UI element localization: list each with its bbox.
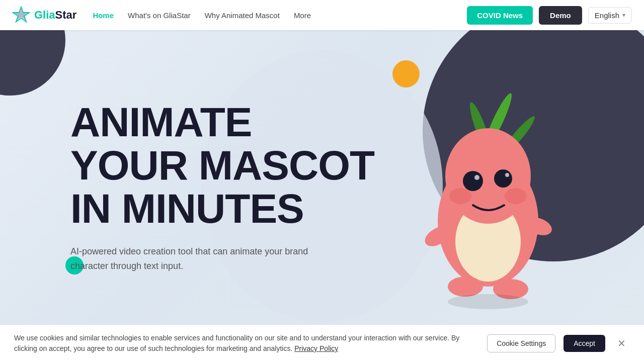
language-label: English bbox=[595, 11, 619, 20]
chevron-down-icon: ▾ bbox=[622, 12, 625, 19]
svg-point-18 bbox=[448, 294, 528, 309]
hero-subtext: AI-powered video creation tool that can … bbox=[70, 244, 332, 274]
language-selector[interactable]: English ▾ bbox=[588, 7, 632, 24]
svg-point-11 bbox=[494, 169, 512, 188]
navbar: GliaStar Home What's on GliaStar Why Ani… bbox=[0, 0, 644, 30]
cookie-banner: We use cookies and similar technologies … bbox=[0, 324, 644, 362]
nav-more[interactable]: More bbox=[294, 11, 311, 20]
svg-point-13 bbox=[505, 173, 509, 177]
svg-point-8 bbox=[449, 188, 471, 204]
cookie-text: We use cookies and similar technologies … bbox=[14, 333, 479, 354]
nav-why-mascot[interactable]: Why Animated Mascot bbox=[205, 11, 280, 20]
close-cookie-banner-button[interactable]: ✕ bbox=[613, 335, 630, 351]
headline-line2: YOUR MASCOT bbox=[70, 144, 374, 187]
logo-text: GliaStar bbox=[34, 9, 76, 22]
accept-cookies-button[interactable]: Accept bbox=[564, 335, 605, 352]
nav-links: Home What's on GliaStar Why Animated Mas… bbox=[93, 11, 467, 20]
nav-right: COVID News Demo English ▾ bbox=[467, 6, 632, 25]
svg-point-16 bbox=[448, 277, 483, 297]
hero-text-block: ANIMATE YOUR MASCOT IN MINUTES AI-powere… bbox=[70, 101, 374, 274]
headline-line1: ANIMATE bbox=[70, 101, 374, 144]
hero-headline: ANIMATE YOUR MASCOT IN MINUTES bbox=[70, 101, 374, 230]
privacy-policy-link[interactable]: Privacy Policy bbox=[294, 344, 338, 352]
svg-point-10 bbox=[463, 171, 483, 191]
nav-home[interactable]: Home bbox=[93, 11, 114, 20]
hero-section: ANIMATE YOUR MASCOT IN MINUTES AI-powere… bbox=[0, 30, 644, 362]
svg-point-9 bbox=[505, 188, 527, 204]
demo-button[interactable]: Demo bbox=[539, 6, 582, 25]
covid-news-button[interactable]: COVID News bbox=[467, 6, 533, 25]
mascot-illustration bbox=[382, 70, 574, 322]
cookie-settings-button[interactable]: Cookie Settings bbox=[487, 334, 555, 352]
bg-topleft-circle bbox=[0, 30, 65, 96]
headline-line3: IN MINUTES bbox=[70, 187, 374, 230]
svg-point-12 bbox=[474, 175, 479, 180]
nav-whats-on[interactable]: What's on GliaStar bbox=[128, 11, 191, 20]
gliastar-logo-icon bbox=[12, 6, 30, 24]
logo[interactable]: GliaStar bbox=[12, 6, 76, 24]
mascot-svg bbox=[382, 70, 574, 322]
